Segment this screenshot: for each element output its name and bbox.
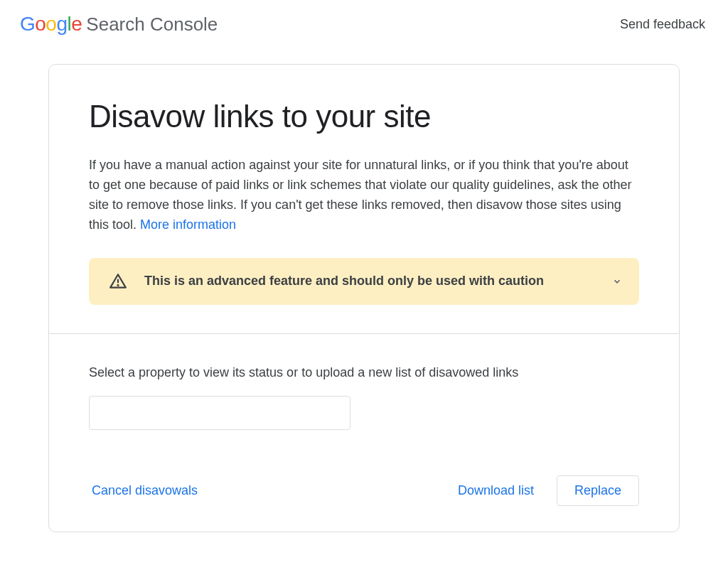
download-list-button[interactable]: Download list [455,479,537,502]
replace-button[interactable]: Replace [557,475,639,506]
product-name: Search Console [86,14,218,36]
warning-banner[interactable]: This is an advanced feature and should o… [89,258,639,305]
warning-icon [109,272,127,291]
svg-point-1 [117,284,118,285]
cancel-disavowals-button[interactable]: Cancel disavowals [89,479,200,502]
property-select[interactable] [89,396,350,430]
page-description: If you have a manual action against your… [89,156,639,235]
chevron-down-icon [612,276,622,286]
app-header: Google Search Console Send feedback [0,0,728,48]
main-card: Disavow links to your site If you have a… [48,64,680,532]
more-information-link[interactable]: More information [140,217,236,232]
page-title: Disavow links to your site [89,99,639,134]
send-feedback-link[interactable]: Send feedback [620,17,705,32]
google-logo: Google [20,13,82,36]
app-logo: Google Search Console [20,13,218,36]
card-action-section: Select a property to view its status or … [49,334,679,532]
property-select-label: Select a property to view its status or … [89,365,639,380]
action-row: Cancel disavowals Download list Replace [89,475,639,506]
warning-text: This is an advanced feature and should o… [144,274,595,289]
card-intro-section: Disavow links to your site If you have a… [49,65,679,333]
